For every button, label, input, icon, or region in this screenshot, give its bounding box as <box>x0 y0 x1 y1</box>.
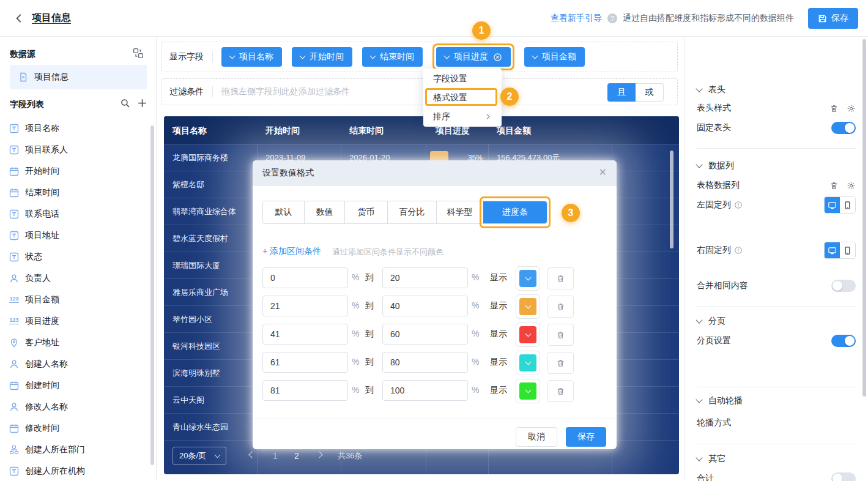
range-from-input[interactable] <box>262 324 348 345</box>
help-icon[interactable]: ? <box>607 13 617 23</box>
delete-range-button[interactable] <box>547 267 574 289</box>
desktop-view-button[interactable] <box>825 242 840 258</box>
page-size-select[interactable]: 20条/页 <box>172 447 226 465</box>
field-item-project-progress[interactable]: 123项目进度 <box>0 310 152 332</box>
field-item-owner[interactable]: 负责人 <box>0 267 152 289</box>
fixed-header-toggle[interactable] <box>831 122 856 134</box>
field-item-status[interactable]: 状态 <box>0 246 152 267</box>
field-item-modifier-name[interactable]: 修改人名称 <box>0 396 152 417</box>
field-item-creator-department[interactable]: 创建人所在部门 <box>0 439 152 460</box>
table-scrollbar[interactable] <box>670 151 673 248</box>
field-item-end-time[interactable]: 结束时间 <box>0 182 152 203</box>
color-picker-button[interactable] <box>516 351 540 375</box>
next-page-icon[interactable] <box>317 450 323 460</box>
range-to-input[interactable] <box>382 324 468 345</box>
tab-percent[interactable]: 百分比 <box>388 201 437 223</box>
chevron-down-icon <box>525 359 531 365</box>
field-list-scrollbar[interactable] <box>150 125 154 465</box>
field-item-modify-time[interactable]: 修改时间 <box>0 417 152 439</box>
cancel-button[interactable]: 取消 <box>516 427 557 447</box>
section-header-carousel[interactable]: 自动轮播 <box>697 395 856 406</box>
color-picker-button[interactable] <box>516 323 540 347</box>
row-carousel-mode: 轮播方式 <box>697 417 856 428</box>
and-button[interactable]: 且 <box>607 83 636 102</box>
search-icon[interactable] <box>120 98 130 108</box>
range-from-input[interactable] <box>262 267 348 288</box>
mobile-view-button[interactable] <box>840 197 855 213</box>
modal-save-button[interactable]: 保存 <box>566 427 606 447</box>
chip-project-name[interactable]: 项目名称 <box>221 47 282 67</box>
tab-currency[interactable]: 货币 <box>345 201 388 223</box>
remove-chip-icon[interactable] <box>493 53 502 62</box>
field-item-phone[interactable]: 联系电话 <box>0 203 152 225</box>
save-button[interactable]: 保存 <box>808 8 858 29</box>
menu-item-format-settings[interactable]: 格式设置 <box>423 88 502 107</box>
switch-datasource-icon[interactable] <box>133 48 144 59</box>
range-from-input[interactable] <box>262 296 348 316</box>
total-toggle[interactable] <box>831 472 856 481</box>
section-header-paging[interactable]: 分页 <box>697 316 856 327</box>
range-row: % 到 % 显示 <box>253 294 617 319</box>
column-header: 开始时间 <box>265 116 300 144</box>
field-item-project-address[interactable]: 项目地址 <box>0 225 152 246</box>
range-from-input[interactable] <box>262 352 348 373</box>
chip-project-amount[interactable]: 项目金额 <box>524 47 585 67</box>
range-from-input[interactable] <box>262 380 348 401</box>
tab-scientific[interactable]: 科学型 <box>437 201 483 223</box>
section-header-data-columns[interactable]: 数据列 <box>697 160 856 171</box>
paging-toggle[interactable] <box>831 335 856 347</box>
info-icon <box>734 201 743 209</box>
delete-range-button[interactable] <box>547 324 574 346</box>
color-picker-button[interactable] <box>516 379 540 403</box>
filter-card[interactable]: 过滤条件 拖拽左侧字段到此处添加过滤条件 且 或 <box>161 78 678 105</box>
tab-number[interactable]: 数值 <box>305 201 345 223</box>
merge-same-toggle[interactable] <box>831 280 856 292</box>
trash-icon[interactable] <box>829 181 839 190</box>
chevron-down-icon <box>444 53 450 59</box>
datasource-item[interactable]: 项目信息 <box>10 65 147 89</box>
field-item-creator-org[interactable]: 创建人所在机构 <box>0 460 152 481</box>
back-icon[interactable] <box>13 13 24 24</box>
tab-default[interactable]: 默认 <box>263 201 305 223</box>
add-range-link[interactable]: + 添加区间条件 <box>262 246 321 257</box>
field-item-customer-address[interactable]: 客户地址 <box>0 332 152 353</box>
desktop-view-button[interactable] <box>825 197 840 213</box>
range-to-input[interactable] <box>382 352 468 373</box>
menu-item-sort[interactable]: 排序 <box>423 107 502 126</box>
menu-item-field-settings[interactable]: 字段设置 <box>423 69 502 88</box>
chip-end-time[interactable]: 结束时间 <box>362 47 423 67</box>
field-item-create-time[interactable]: 创建时间 <box>0 375 152 396</box>
or-button[interactable]: 或 <box>636 83 664 102</box>
trash-icon[interactable] <box>829 104 839 113</box>
chip-start-time[interactable]: 开始时间 <box>292 47 352 67</box>
guide-link[interactable]: 查看新手引导 <box>551 13 602 24</box>
chevron-down-icon <box>525 303 531 309</box>
mobile-view-button[interactable] <box>840 242 855 258</box>
gear-icon[interactable] <box>847 181 856 190</box>
plus-icon[interactable] <box>137 98 147 108</box>
color-picker-button[interactable] <box>516 266 540 291</box>
range-to-input[interactable] <box>382 267 468 288</box>
color-picker-button[interactable] <box>516 294 540 319</box>
delete-range-button[interactable] <box>547 380 574 402</box>
range-to-input[interactable] <box>382 296 468 316</box>
close-icon[interactable]: ✕ <box>599 168 607 177</box>
chevron-down-icon <box>696 454 702 461</box>
delete-range-button[interactable] <box>547 352 574 374</box>
field-item-start-time[interactable]: 开始时间 <box>0 160 152 182</box>
field-item-creator-name[interactable]: 创建人名称 <box>0 353 152 375</box>
field-item-project-amount[interactable]: 123项目金额 <box>0 289 152 310</box>
delete-range-button[interactable] <box>547 296 574 318</box>
text-field-icon <box>9 145 19 155</box>
settings-panel-scrollbar[interactable] <box>862 39 866 397</box>
chip-project-progress[interactable]: 项目进度 <box>436 47 511 67</box>
gear-icon[interactable] <box>847 104 856 113</box>
tab-progress-bar[interactable]: 进度条 <box>483 201 547 223</box>
section-header-other[interactable]: 其它 <box>697 453 856 464</box>
table-header: 项目名称 开始时间 结束时间 项目进度 项目金额 <box>164 116 679 144</box>
field-item-project-contact[interactable]: 项目联系人 <box>0 139 152 160</box>
field-item-project-name[interactable]: 项目名称 <box>0 117 152 139</box>
range-to-input[interactable] <box>382 380 468 401</box>
prev-page-icon[interactable] <box>250 450 256 460</box>
section-header-table-head[interactable]: 表头 <box>697 84 856 95</box>
